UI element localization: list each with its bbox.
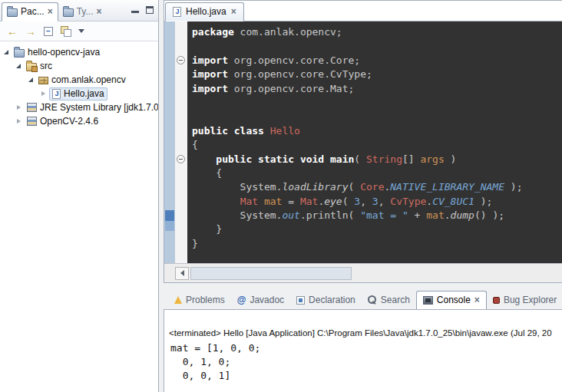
code-line[interactable]: import org.opencv.core.Core; (192, 54, 562, 68)
close-icon[interactable] (96, 6, 101, 17)
view-tab-label: Ty... (77, 6, 94, 17)
code-line[interactable]: System.out.println( "mat = " + mat.dump(… (192, 209, 562, 222)
view-tab-label: Pac... (21, 6, 45, 17)
close-icon[interactable] (48, 6, 53, 17)
view-menu-icon[interactable] (78, 29, 84, 33)
scrollbar-thumb[interactable] (190, 267, 352, 280)
java-file-icon (52, 89, 61, 99)
annotation-mark (165, 210, 174, 221)
expand-arrow-icon[interactable] (41, 91, 45, 96)
forward-icon[interactable] (25, 25, 36, 38)
tree-item-label: com.anlak.opencv (51, 74, 126, 85)
console-tabbar: ProblemsJavadocDeclarationSearchConsoleB… (164, 289, 562, 310)
tab-search[interactable]: Search (362, 292, 416, 309)
java-file-icon (173, 7, 181, 17)
tab-problems[interactable]: Problems (168, 292, 231, 309)
fold-collapse-icon[interactable] (177, 56, 185, 64)
tree-item-label: Hello.java (64, 88, 104, 99)
code-line[interactable] (192, 39, 562, 53)
code-line[interactable]: import org.opencv.core.CvType; (192, 68, 562, 81)
code-line[interactable]: { (192, 166, 562, 180)
tree-item-label: JRE System Library [jdk1.7.0 (40, 102, 158, 113)
expand-arrow-icon[interactable] (17, 105, 21, 110)
tree-item-selection: hello-opencv-java (12, 46, 102, 59)
tree-item-label: OpenCV-2.4.6 (40, 116, 98, 127)
java-project-icon (14, 49, 25, 58)
library-icon (27, 103, 37, 112)
console-output[interactable]: mat = [1, 0, 0; 0, 1, 0; 0, 0, 1] (170, 341, 562, 383)
fold-collapse-icon[interactable] (177, 155, 185, 163)
tree-item-selection: src (24, 60, 55, 73)
declaration-icon (296, 296, 305, 305)
collapse-arrow-icon[interactable] (28, 77, 33, 82)
horizontal-scrollbar[interactable] (164, 263, 562, 282)
problems-icon (174, 296, 182, 304)
editor-area: Hello.java package com.anlak.opencv; imp… (164, 0, 562, 283)
project-tree: hello-opencv-javasrccom.anlak.opencvHell… (0, 41, 158, 128)
tab-label: Bug Explorer (504, 295, 557, 305)
editor-tab-hello-java[interactable]: Hello.java (165, 2, 244, 21)
package-explorer-view: Pac...Ty... hello-opencv-javasrccom.anla… (0, 0, 159, 392)
explorer-tabbar: Pac...Ty... (0, 0, 158, 21)
fold-ruler[interactable] (175, 21, 187, 263)
code-line[interactable] (192, 110, 562, 124)
console-output-line: 0, 0, 1] (170, 369, 562, 383)
view-tab-ty[interactable]: Ty... (58, 3, 107, 21)
code-line[interactable]: public static void main( String[] args ) (192, 153, 562, 166)
search-icon (368, 295, 377, 305)
tree-item-jre-system-library-jdk1-7-0[interactable]: JRE System Library [jdk1.7.0 (0, 100, 158, 114)
tree-item-selection: JRE System Library [jdk1.7.0 (25, 101, 158, 114)
code-line[interactable]: { (192, 138, 562, 152)
view-tab-pac[interactable]: Pac... (2, 2, 58, 21)
collapse-arrow-icon[interactable] (16, 64, 21, 68)
view-window-buttons (131, 6, 154, 14)
scroll-left-button[interactable] (175, 267, 189, 280)
tree-item-src[interactable]: src (0, 59, 158, 73)
link-with-editor-icon[interactable] (61, 26, 71, 36)
tree-item-hello-java[interactable]: Hello.java (0, 87, 158, 100)
back-icon[interactable] (7, 25, 18, 38)
tab-label: Javadoc (250, 295, 284, 305)
eclipse-window: Pac...Ty... hello-opencv-javasrccom.anla… (0, 0, 562, 392)
tree-item-selection: com.anlak.opencv (36, 74, 128, 87)
close-icon[interactable] (474, 295, 480, 305)
code-area[interactable]: package com.anlak.opencv; import org.ope… (187, 21, 562, 263)
tab-declaration[interactable]: Declaration (290, 292, 362, 309)
tree-item-selection: OpenCV-2.4.6 (25, 115, 101, 128)
type-hierarchy-icon (63, 8, 74, 17)
editor-tab-label: Hello.java (186, 6, 226, 17)
collapse-arrow-icon[interactable] (4, 50, 8, 54)
tab-label: Console (437, 295, 471, 305)
tree-item-opencv-2-4-6[interactable]: OpenCV-2.4.6 (0, 114, 158, 128)
code-line[interactable]: package com.anlak.opencv; (192, 25, 562, 39)
code-line[interactable]: System.loadLibrary( Core.NATIVE_LIBRARY_… (192, 180, 562, 194)
annotation-ruler[interactable] (164, 21, 175, 263)
code-line[interactable]: } (192, 237, 562, 251)
tab-console[interactable]: Console (416, 291, 487, 310)
tab-label: Problems (186, 295, 225, 305)
maximize-icon[interactable] (146, 6, 154, 14)
console-terminated-label: <terminated> Hello [Java Application] C:… (169, 328, 562, 338)
tab-label: Declaration (309, 295, 355, 305)
library-icon (27, 117, 37, 126)
code-line[interactable] (192, 96, 562, 110)
minimize-icon[interactable] (131, 6, 139, 13)
close-icon[interactable] (231, 6, 236, 17)
console-output-line: 0, 1, 0; (170, 355, 562, 369)
tab-javadoc[interactable]: Javadoc (231, 292, 290, 309)
console-view: ProblemsJavadocDeclarationSearchConsoleB… (164, 289, 562, 392)
expand-arrow-icon[interactable] (17, 119, 21, 124)
code-line[interactable]: public class Hello (192, 124, 562, 138)
collapse-all-icon[interactable] (44, 27, 53, 36)
tree-item-hello-opencv-java[interactable]: hello-opencv-java (0, 45, 158, 59)
code-line[interactable]: Mat mat = Mat.eye( 3, 3, CvType.CV_8UC1 … (192, 195, 562, 209)
code-line[interactable]: import org.opencv.core.Mat; (192, 82, 562, 96)
console-output-line: mat = [1, 0, 0; (170, 341, 562, 355)
console-body: <terminated> Hello [Java Application] C:… (164, 310, 562, 392)
package-icon (38, 77, 48, 84)
explorer-toolbar (0, 21, 158, 41)
tab-bug-explorer[interactable]: Bug Explorer (487, 292, 562, 309)
code-line[interactable]: } (192, 222, 562, 236)
bug-explorer-icon (493, 297, 500, 304)
tree-item-com-anlak-opencv[interactable]: com.anlak.opencv (0, 73, 158, 87)
